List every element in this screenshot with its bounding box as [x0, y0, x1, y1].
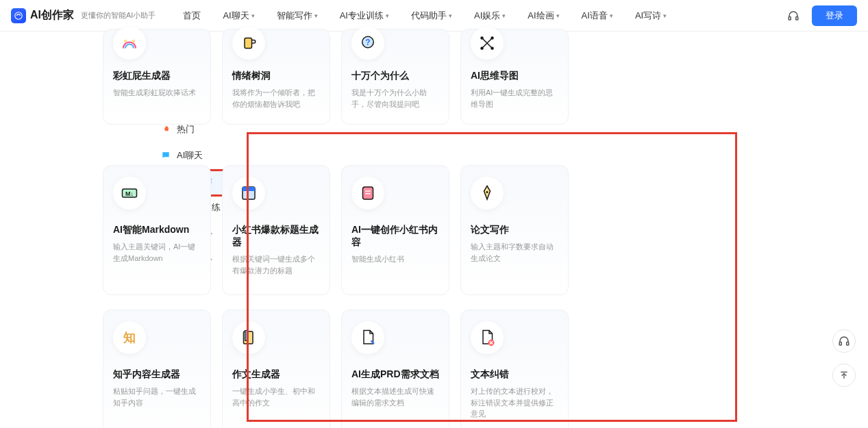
- svg-rect-25: [245, 331, 249, 341]
- chevron-down-icon: ▾: [314, 12, 318, 19]
- card-title: 文本纠错: [471, 368, 558, 380]
- nav-AI绘画[interactable]: AI绘画▾: [528, 10, 559, 22]
- nav-label: AI写诗: [635, 10, 661, 22]
- chevron-down-icon: ▾: [449, 12, 452, 19]
- card-desc: 对上传的文本进行校对，标注错误文本并提供修正意见: [471, 386, 558, 420]
- card-desc: 粘贴知乎问题，一键生成知乎内容: [113, 386, 201, 408]
- card-AI一键创作小红书内容[interactable]: AI一键创作小红书内容智能生成小红书: [341, 165, 449, 295]
- card-文本纠错[interactable]: 文本纠错对上传的文本进行校对，标注错误文本并提供修正意见: [460, 310, 569, 428]
- card-title: AI智能Markdown: [113, 223, 201, 236]
- nav-label: AI绘画: [528, 10, 554, 22]
- card-title: 作文生成器: [232, 368, 320, 380]
- card-title: 论文写作: [471, 223, 558, 236]
- svg-rect-28: [847, 342, 849, 346]
- svg-rect-20: [243, 187, 255, 191]
- nav-label: AI娱乐: [474, 10, 500, 22]
- card-title: AI一键创作小红书内容: [351, 223, 439, 248]
- cup-icon: [232, 27, 265, 60]
- compose-icon: [232, 321, 265, 354]
- card-title: AI思维导图: [471, 69, 558, 81]
- svg-point-22: [486, 191, 488, 193]
- pen-icon: [471, 177, 504, 210]
- card-desc: 一键生成小学生、初中和高中的作文: [232, 386, 320, 408]
- nav-AI专业训练[interactable]: AI专业训练▾: [340, 10, 389, 22]
- login-button[interactable]: 登录: [812, 5, 857, 26]
- nav-label: 智能写作: [277, 10, 312, 22]
- svg-rect-1: [789, 16, 791, 20]
- card-title: 小红书爆款标题生成器: [232, 223, 320, 248]
- card-知乎内容生成器[interactable]: 知知乎内容生成器粘贴知乎问题，一键生成知乎内容: [103, 310, 211, 428]
- svg-point-8: [124, 40, 127, 43]
- chevron-down-icon: ▾: [386, 12, 389, 19]
- note-icon: [351, 177, 384, 210]
- svg-text:知: 知: [123, 331, 136, 344]
- chevron-down-icon: ▾: [502, 12, 506, 19]
- header-right: 登录: [787, 5, 857, 26]
- card-小红书爆款标题生成器[interactable]: 小红书爆款标题生成器根据关键词一键生成多个有爆款潜力的标题: [222, 165, 330, 295]
- card-title: 知乎内容生成器: [113, 368, 201, 380]
- nav-label: 代码助手: [411, 10, 447, 22]
- card-desc: 输入主题和字数要求自动生成论文: [471, 241, 558, 264]
- card-AI生成PRD需求文档[interactable]: AI生成PRD需求文档根据文本描述生成可快速编辑的需求文档: [341, 310, 449, 428]
- logo[interactable]: AI创作家: [11, 8, 74, 23]
- svg-text:M↓: M↓: [125, 190, 134, 197]
- markdown-icon: M↓: [113, 177, 146, 210]
- svg-point-0: [15, 12, 23, 19]
- card-作文生成器[interactable]: 作文生成器一键生成小学生、初中和高中的作文: [222, 310, 330, 428]
- nav-AI写诗[interactable]: AI写诗▾: [635, 10, 667, 22]
- card-title: AI生成PRD需求文档: [351, 368, 439, 380]
- card-论文写作[interactable]: 论文写作输入主题和字数要求自动生成论文: [460, 165, 569, 295]
- nav-AI聊天[interactable]: AI聊天▾: [223, 10, 254, 22]
- card-AI智能Markdown[interactable]: M↓AI智能Markdown输入主题关键词，AI一键生成Markdown: [103, 165, 211, 295]
- sidebar-item-label: AI聊天: [177, 149, 203, 162]
- card-desc: 根据文本描述生成可快速编辑的需求文档: [351, 386, 439, 408]
- nav-首页[interactable]: 首页: [183, 10, 201, 22]
- sidebar-item-label: 热门: [177, 123, 195, 136]
- logo-text: AI创作家: [30, 8, 74, 23]
- nav-label: AI语音: [582, 10, 608, 22]
- float-buttons: [832, 329, 856, 387]
- rainbow-icon: [113, 27, 146, 60]
- nav-代码助手[interactable]: 代码助手▾: [411, 10, 452, 22]
- card-title: 十万个为什么: [351, 69, 439, 81]
- svg-rect-10: [245, 38, 252, 49]
- chat-icon: [160, 150, 171, 161]
- support-button[interactable]: [832, 329, 856, 353]
- nav: 首页AI聊天▾智能写作▾AI专业训练▾代码助手▾AI娱乐▾AI绘画▾AI语音▾A…: [183, 10, 667, 22]
- chevron-down-icon: ▾: [251, 12, 255, 19]
- card-desc: 我将作为一个倾听者，把你的烦恼都告诉我吧: [232, 87, 320, 110]
- slogan: 更懂你的智能AI小助手: [81, 10, 156, 21]
- card-desc: 输入主题关键词，AI一键生成Markdown: [113, 241, 201, 264]
- docx-icon: [471, 321, 504, 354]
- card-desc: 利用AI一键生成完整的思维导图: [471, 87, 558, 110]
- card-desc: 智能生成小红书: [351, 253, 439, 265]
- question-icon: ?: [351, 27, 384, 60]
- nav-智能写作[interactable]: 智能写作▾: [277, 10, 318, 22]
- svg-text:?: ?: [365, 38, 370, 47]
- card-彩虹屁生成器[interactable]: 彩虹屁生成器智能生成彩虹屁吹捧话术: [103, 29, 211, 125]
- back-to-top-button[interactable]: [832, 364, 856, 387]
- card-十万个为什么[interactable]: ?十万个为什么我是十万个为什么小助手，尽管向我提问吧: [341, 29, 449, 125]
- window-icon: [232, 177, 265, 210]
- svg-rect-2: [796, 16, 798, 20]
- chevron-down-icon: ▾: [610, 12, 613, 19]
- doc-icon: [351, 321, 384, 354]
- card-desc: 智能生成彩虹屁吹捧话术: [113, 87, 201, 99]
- nav-label: AI专业训练: [340, 10, 384, 22]
- card-情绪树洞[interactable]: 情绪树洞我将作为一个倾听者，把你的烦恼都告诉我吧: [222, 29, 330, 125]
- svg-rect-27: [839, 342, 841, 346]
- logo-icon: [11, 8, 26, 23]
- svg-point-9: [132, 40, 136, 43]
- card-title: 彩虹屁生成器: [113, 69, 201, 81]
- card-desc: 根据关键词一键生成多个有爆款潜力的标题: [232, 253, 320, 276]
- card-AI思维导图[interactable]: AI思维导图利用AI一键生成完整的思维导图: [460, 29, 569, 125]
- nav-label: AI聊天: [223, 10, 249, 22]
- zhi-icon: 知: [113, 321, 146, 354]
- chevron-down-icon: ▾: [663, 12, 667, 19]
- chevron-down-icon: ▾: [556, 12, 560, 19]
- headset-icon[interactable]: [787, 10, 799, 22]
- nav-AI语音[interactable]: AI语音▾: [582, 10, 613, 22]
- fire-icon: [160, 124, 171, 135]
- nav-label: 首页: [183, 10, 201, 22]
- nav-AI娱乐[interactable]: AI娱乐▾: [474, 10, 506, 22]
